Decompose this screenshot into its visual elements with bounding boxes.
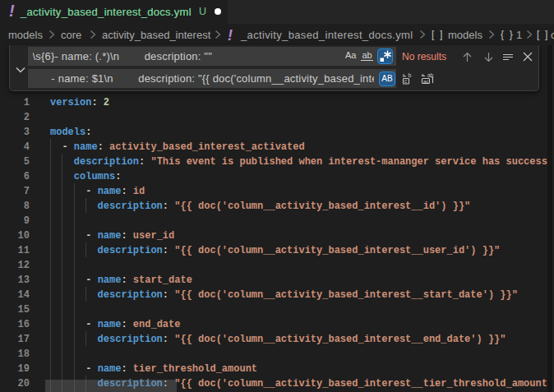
svg-text:ac: ac <box>423 79 428 84</box>
svg-text:b: b <box>409 72 412 78</box>
svg-text:c: c <box>404 78 408 84</box>
